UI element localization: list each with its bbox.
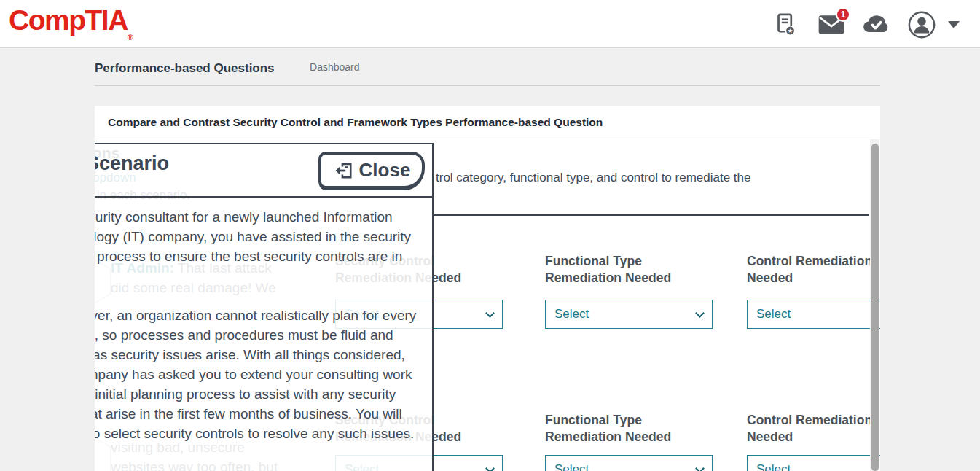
scenario-text-line: scenario, so processes and procedures mu… [95, 327, 393, 343]
scenario-text-line: issues that arise in the first few month… [95, 406, 402, 422]
top-bar: CompTIA® ★ 1 [0, 0, 980, 48]
vertical-scrollbar-thumb[interactable] [871, 144, 879, 471]
scenario-text-line: Technology (IT) company, you have assist… [95, 229, 411, 245]
sync-status-button[interactable] [862, 10, 891, 39]
topbar-icon-group: ★ 1 [772, 10, 960, 39]
select-value: Select [554, 462, 697, 471]
chevron-down-icon [695, 308, 705, 318]
select-value: Select [756, 307, 880, 322]
control-remediation-select-1[interactable]: Select [747, 300, 880, 329]
chevron-down-icon[interactable] [948, 21, 960, 28]
scenario-text-line: the company has asked you to extend your… [95, 367, 412, 383]
account-menu-button[interactable] [907, 10, 936, 39]
page-header: Performance-based Questions Dashboard [95, 61, 880, 76]
comptia-logo[interactable]: CompTIA® [9, 4, 133, 42]
logo-text: CompTIA [9, 4, 128, 36]
question-card-body: Instructions dropdown identified in each… [95, 139, 880, 471]
select-value: Select [756, 462, 880, 471]
select-value: Select [554, 307, 697, 322]
scenario-text-line: adjusted as security issues arise. With … [95, 347, 405, 363]
page-title: Performance-based Questions [95, 61, 275, 76]
exit-arrow-icon [333, 160, 353, 181]
chevron-down-icon [485, 464, 495, 471]
scenario-text-line: As a security consultant for a newly lau… [95, 209, 393, 225]
chevron-down-icon [695, 464, 705, 471]
page-header-divider [95, 85, 880, 86]
scenario-text-line: However, an organization cannot realisti… [95, 308, 416, 324]
scenario-modal: Scenario Close As a security consultant … [95, 143, 434, 471]
close-button-label: Close [359, 159, 411, 182]
label-control-remediation-2: Control Remediation Needed [747, 412, 880, 445]
label-functional-type-remediation-1: Functional Type Remediation Needed [545, 253, 694, 287]
assessment-document-icon[interactable]: ★ [772, 10, 801, 39]
document-star-icon: ★ [775, 13, 797, 36]
svg-text:★: ★ [788, 27, 793, 34]
breadcrumb-dashboard[interactable]: Dashboard [310, 61, 360, 73]
functional-type-select-2[interactable]: Select [545, 455, 713, 471]
scenario-text-line: need to select security controls to reso… [95, 426, 414, 442]
instructions-line1-fragment: trol category, functional type, and cont… [436, 171, 751, 185]
messages-icon-button[interactable]: 1 [817, 10, 846, 39]
cloud-check-icon [863, 15, 890, 35]
user-avatar-icon [907, 9, 936, 40]
control-remediation-select-2[interactable]: Select [747, 455, 880, 471]
vertical-scrollbar-track[interactable] [870, 139, 879, 471]
functional-type-select-1[interactable]: Select [545, 300, 713, 329]
registered-mark: ® [128, 33, 133, 42]
unread-count-badge: 1 [836, 7, 850, 22]
label-functional-type-remediation-2: Functional Type Remediation Needed [545, 412, 694, 445]
question-card: Compare and Contrast Security Control an… [95, 106, 880, 471]
close-button[interactable]: Close [318, 152, 425, 189]
instructions-divider [434, 214, 869, 216]
question-card-title: Compare and Contrast Security Control an… [108, 116, 603, 129]
chevron-down-icon [485, 308, 495, 318]
scenario-title-divider [95, 196, 434, 198]
scenario-text-line: planning process to ensure the best secu… [95, 249, 402, 265]
scenario-text-line: beyond the initial planning process to a… [95, 386, 396, 402]
label-control-remediation-1: Control Remediation Needed [747, 253, 880, 287]
scenario-modal-title: Scenario [95, 152, 169, 175]
